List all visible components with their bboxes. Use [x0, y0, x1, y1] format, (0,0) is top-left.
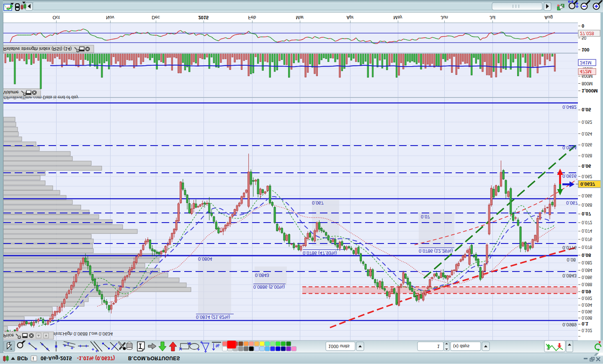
svg-text:B.COM.PORTUGUES: B.COM.PORTUGUES [128, 355, 180, 361]
svg-text:0.052: 0.052 [582, 120, 592, 124]
svg-text:0.058: 0.058 [582, 153, 592, 158]
svg-text:0.066: 0.066 [582, 193, 592, 198]
svg-text:0.09: 0.09 [582, 289, 591, 294]
svg-text:0.0989: 0.0989 [562, 322, 577, 327]
svg-text:-1.01% (0.0637): -1.01% (0.0637) [77, 355, 115, 361]
svg-text:0.076: 0.076 [582, 237, 592, 241]
svg-text:0.08: 0.08 [567, 257, 576, 262]
svg-text:Aug: Aug [544, 15, 553, 20]
svg-text:1: 1 [437, 344, 440, 349]
svg-text:0.068: 0.068 [582, 203, 592, 207]
svg-text:472M: 472M [580, 69, 592, 74]
svg-text:0.054: 0.054 [582, 131, 592, 136]
svg-text:0.0843: 0.0843 [255, 273, 269, 278]
svg-text:0.086: 0.086 [582, 275, 592, 279]
svg-text:0.072: 0.072 [582, 220, 592, 225]
svg-text:0.074: 0.074 [582, 228, 592, 233]
svg-text:0.0564: 0.0564 [562, 145, 577, 150]
svg-text:%: % [216, 343, 219, 348]
svg-text:800M: 800M [582, 81, 593, 86]
svg-text:06-Aug-2015: 06-Aug-2015 [41, 355, 72, 361]
svg-text:0.094: 0.094 [582, 302, 592, 307]
svg-text:0.0786 (47.93%): 0.0786 (47.93%) [303, 251, 337, 256]
svg-text:BCP: BCP [17, 355, 28, 361]
svg-text:241M: 241M [580, 60, 592, 65]
svg-text:?: ? [10, 347, 12, 351]
svg-text:0.0616: 0.0616 [562, 174, 577, 179]
svg-text:100: 100 [582, 47, 589, 52]
svg-text:0.067: 0.067 [312, 200, 324, 205]
svg-text:0.0637: 0.0637 [580, 182, 595, 187]
svg-text:0.082: 0.082 [582, 260, 592, 265]
svg-text:Yest:High 0.0688 Low 0.0634: Yest:High 0.0688 Low 0.0634 [53, 331, 113, 336]
svg-text:0.0886 (5.00%): 0.0886 (5.00%) [253, 285, 285, 290]
svg-text:Jul: Jul [490, 15, 495, 20]
svg-text:Jun: Jun [441, 15, 448, 20]
svg-text:0.056: 0.056 [582, 142, 592, 147]
svg-text:0.0482: 0.0482 [562, 105, 577, 110]
svg-text:0.0804: 0.0804 [198, 256, 212, 261]
svg-text:0.084: 0.084 [582, 268, 592, 272]
svg-text:27.028: 27.028 [580, 31, 594, 36]
svg-text:Apr: Apr [346, 15, 353, 20]
svg-text:Price: Price [3, 333, 14, 338]
svg-text:0.0776: 0.0776 [562, 245, 577, 250]
svg-text:0.05: 0.05 [582, 107, 591, 112]
svg-text:Feb: Feb [248, 15, 256, 20]
svg-text:0.06: 0.06 [582, 164, 591, 169]
svg-text:0.092: 0.092 [582, 296, 592, 300]
svg-text:1,000M: 1,000M [582, 88, 598, 93]
svg-text:0.096: 0.096 [582, 309, 592, 314]
svg-text:Relative strength index (RSI): Relative strength index (RSI) (14) [3, 46, 72, 51]
svg-text:0.088: 0.088 [582, 282, 592, 287]
svg-text:0.0814 (21.62%): 0.0814 (21.62%) [196, 315, 230, 320]
svg-text:0.067: 0.067 [566, 200, 578, 205]
svg-text:0.08: 0.08 [582, 253, 591, 258]
svg-text:i: i [33, 356, 34, 361]
svg-text:0.07: 0.07 [582, 211, 591, 216]
svg-text:Oct: Oct [52, 15, 59, 20]
svg-text:0.0786 (12.26%): 0.0786 (12.26%) [419, 249, 453, 254]
svg-text:0.102: 0.102 [582, 328, 592, 333]
svg-text:Dec: Dec [152, 15, 160, 20]
svg-text:May: May [394, 15, 402, 20]
svg-text:Nov: Nov [106, 15, 114, 20]
svg-text:0.0843: 0.0843 [562, 273, 577, 278]
svg-text:0.07: 0.07 [421, 214, 430, 219]
svg-text:(x) days: (x) days [453, 344, 470, 349]
svg-text:0.078: 0.078 [582, 245, 592, 249]
svg-text:0: 0 [582, 23, 584, 28]
svg-text:0.062: 0.062 [582, 174, 592, 179]
svg-text:2015: 2015 [198, 15, 209, 20]
svg-text:Mar: Mar [296, 15, 304, 20]
svg-text:1000 units: 1000 units [328, 344, 350, 349]
svg-text:0.098: 0.098 [582, 315, 592, 320]
svg-text:0.1: 0.1 [582, 321, 589, 326]
